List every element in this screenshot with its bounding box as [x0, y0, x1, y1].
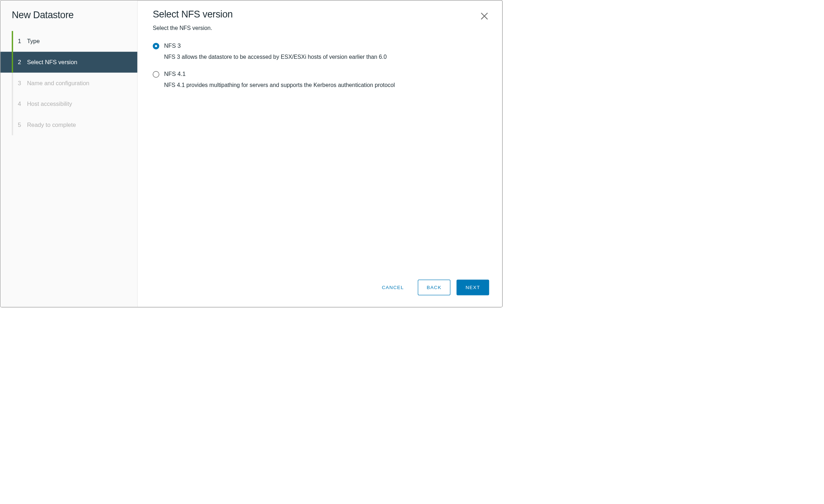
option-nfs41[interactable]: NFS 4.1 NFS 4.1 provides multipathing fo… — [153, 71, 487, 88]
content-subtitle: Select the NFS version. — [153, 25, 487, 32]
step-label: Select NFS version — [27, 59, 77, 66]
content-header: Select NFS version — [153, 9, 487, 20]
option-description: NFS 4.1 provides multipathing for server… — [164, 82, 487, 88]
radio-selected-icon[interactable] — [153, 43, 159, 49]
step-number: 5 — [18, 122, 26, 128]
wizard-steps: 1 Type 2 Select NFS version 3 Name and c… — [0, 31, 137, 135]
step-label: Name and configuration — [27, 80, 90, 87]
wizard-sidebar: New Datastore 1 Type 2 Select NFS versio… — [0, 0, 137, 307]
step-label: Ready to complete — [27, 122, 76, 128]
step-number: 1 — [18, 38, 26, 45]
step-name-and-configuration: 3 Name and configuration — [0, 73, 137, 94]
step-ready-to-complete: 5 Ready to complete — [0, 114, 137, 135]
step-marker-icon — [12, 52, 13, 73]
step-select-nfs-version[interactable]: 2 Select NFS version — [0, 52, 137, 73]
close-icon — [479, 11, 489, 21]
step-number: 4 — [18, 101, 26, 107]
step-number: 3 — [18, 80, 26, 87]
step-label: Host accessibility — [27, 101, 72, 107]
step-type[interactable]: 1 Type — [0, 31, 137, 52]
step-label: Type — [27, 38, 40, 45]
option-description: NFS 3 allows the datastore to be accesse… — [164, 53, 487, 60]
wizard-title: New Datastore — [0, 10, 137, 24]
new-datastore-dialog: New Datastore 1 Type 2 Select NFS versio… — [0, 0, 503, 308]
radio-unselected-icon[interactable] — [153, 71, 159, 77]
option-nfs3[interactable]: NFS 3 NFS 3 allows the datastore to be a… — [153, 42, 487, 60]
wizard-content: Select NFS version Select the NFS versio… — [138, 0, 502, 307]
step-marker-icon — [12, 31, 13, 52]
wizard-footer: CANCEL BACK NEXT — [374, 279, 489, 295]
option-body: NFS 4.1 NFS 4.1 provides multipathing fo… — [164, 71, 487, 88]
next-button[interactable]: NEXT — [457, 279, 489, 295]
option-label: NFS 4.1 — [164, 71, 185, 77]
step-host-accessibility: 4 Host accessibility — [0, 93, 137, 114]
nfs-version-options: NFS 3 NFS 3 allows the datastore to be a… — [153, 42, 487, 99]
back-button[interactable]: BACK — [418, 279, 451, 295]
close-button[interactable] — [479, 11, 489, 21]
option-label: NFS 3 — [164, 42, 181, 49]
content-title: Select NFS version — [153, 9, 233, 20]
cancel-button[interactable]: CANCEL — [374, 279, 412, 295]
option-body: NFS 3 NFS 3 allows the datastore to be a… — [164, 42, 487, 60]
step-number: 2 — [18, 59, 26, 66]
